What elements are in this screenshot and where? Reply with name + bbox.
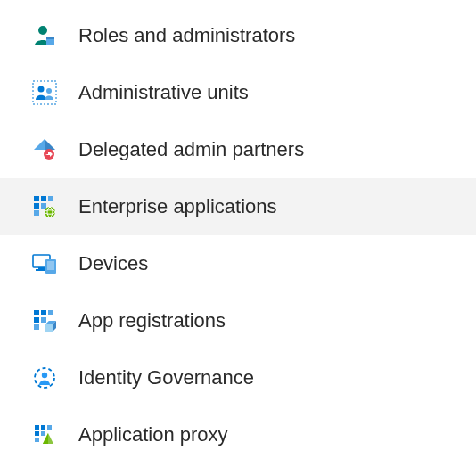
sidebar-menu: Roles and administrators Administrative … <box>0 0 476 463</box>
sidebar-item-identity-governance[interactable]: Identity Governance <box>0 349 476 406</box>
svg-rect-11 <box>41 203 46 209</box>
devices-icon <box>32 251 57 276</box>
roles-icon <box>32 23 57 48</box>
svg-rect-28 <box>35 425 39 430</box>
app-registrations-icon <box>32 308 57 333</box>
sidebar-item-label: Delegated admin partners <box>78 138 304 161</box>
svg-rect-20 <box>34 310 39 315</box>
sidebar-item-application-proxy[interactable]: Application proxy <box>0 406 476 463</box>
svg-rect-29 <box>41 425 45 430</box>
svg-rect-21 <box>41 310 46 315</box>
svg-point-5 <box>46 88 52 94</box>
svg-rect-19 <box>47 261 54 270</box>
sidebar-item-label: Application proxy <box>78 423 228 447</box>
svg-rect-23 <box>34 317 39 323</box>
sidebar-item-app-registrations[interactable]: App registrations <box>0 292 476 349</box>
sidebar-item-label: App registrations <box>78 309 226 332</box>
sidebar-item-roles-administrators[interactable]: Roles and administrators <box>0 7 476 64</box>
application-proxy-icon <box>32 422 57 447</box>
svg-rect-2 <box>46 37 54 39</box>
svg-rect-12 <box>34 210 39 216</box>
sidebar-item-devices[interactable]: Devices <box>0 235 476 292</box>
enterprise-apps-icon <box>32 194 57 219</box>
sidebar-item-enterprise-applications[interactable]: Enterprise applications <box>0 178 476 235</box>
svg-point-13 <box>45 207 55 217</box>
svg-rect-24 <box>41 317 46 323</box>
svg-point-4 <box>38 86 45 93</box>
sidebar-item-label: Devices <box>78 252 148 275</box>
svg-rect-32 <box>47 425 52 430</box>
svg-rect-22 <box>48 310 53 315</box>
svg-rect-25 <box>34 324 39 330</box>
svg-rect-9 <box>48 196 53 201</box>
svg-rect-3 <box>33 81 56 104</box>
sidebar-item-label: Administrative units <box>78 81 249 104</box>
svg-point-0 <box>38 26 47 35</box>
svg-rect-10 <box>34 203 39 209</box>
svg-rect-33 <box>41 431 45 436</box>
svg-rect-7 <box>34 196 39 201</box>
sidebar-item-label: Roles and administrators <box>78 24 295 47</box>
admin-units-icon <box>32 80 57 105</box>
svg-rect-8 <box>41 196 46 201</box>
sidebar-item-label: Enterprise applications <box>78 195 277 218</box>
sidebar-item-delegated-partners[interactable]: Delegated admin partners <box>0 121 476 178</box>
svg-rect-31 <box>35 438 39 442</box>
svg-rect-16 <box>38 267 45 269</box>
svg-rect-30 <box>35 431 39 436</box>
delegated-partners-icon <box>32 137 57 162</box>
svg-point-27 <box>42 373 47 378</box>
sidebar-item-administrative-units[interactable]: Administrative units <box>0 64 476 121</box>
identity-governance-icon <box>32 365 57 390</box>
sidebar-item-label: Identity Governance <box>78 366 254 389</box>
svg-rect-1 <box>46 38 54 45</box>
